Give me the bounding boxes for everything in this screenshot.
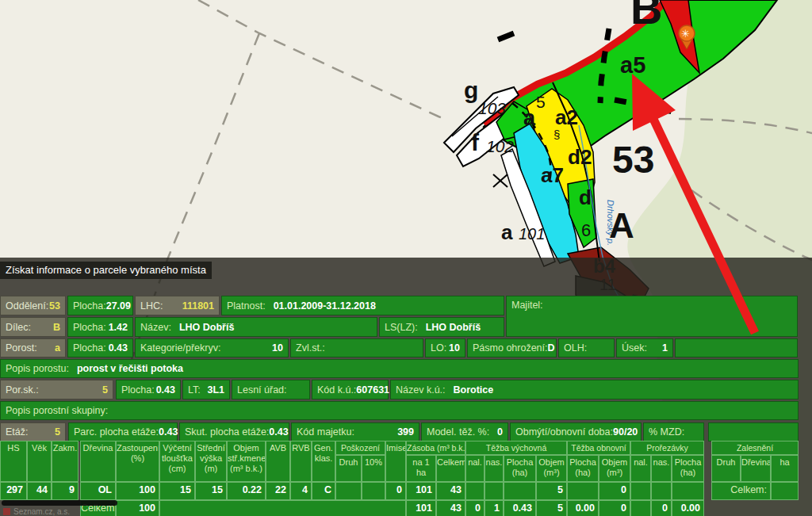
cell-celkem-zastoupeni: 100 (116, 500, 159, 516)
field-nazev-ku: Název k.ú.:Borotice (390, 380, 799, 399)
field-kategorie: Kategorie/překryv:10 (135, 338, 289, 357)
col-vycetni: Výčetní tloušťka (cm) (159, 441, 195, 482)
cell-celkem-pr-nal (630, 500, 651, 516)
cell-avb: 22 (266, 482, 290, 500)
cell-tv-nal (465, 482, 485, 500)
cell-to-objem: 0 (599, 482, 630, 500)
cell-celkem-tv-plocha: 0.43 (504, 500, 536, 516)
cell-posk-10 (362, 482, 385, 500)
field-lslz: LS(LZ):LHO Dobříš (379, 317, 504, 337)
col-pr-nas: nas. (651, 455, 672, 482)
col-tv-objem: Objem (m³) (536, 455, 567, 482)
field-porost: Porost:a (0, 338, 66, 357)
col-na1ha: na 1 ha (406, 455, 436, 482)
table-hs-row: 297 44 9 (0, 482, 79, 500)
map-label-f: f (471, 129, 480, 155)
map-label-a101-n: 101 (519, 225, 545, 243)
tooltip: Získat informace o parcele vybraného mís… (0, 262, 212, 279)
col-stredni: Střední výška (m) (195, 441, 227, 482)
marker-asterisk: ✳ (681, 28, 690, 40)
map-label-103: 103 (478, 99, 506, 117)
cell-zasoba-celkem: 43 (436, 482, 465, 500)
col-zal-ha: ha (771, 455, 799, 482)
field-plocha-porsk: Plocha:0.43 (116, 380, 181, 399)
map-label-53: 53 (612, 139, 654, 181)
cell-celkem-zasoba: 43 (436, 500, 465, 516)
field-obmyti: Obmýtí/obnovní doba:90/20 (510, 422, 642, 441)
field-dilec: Dílec:B (0, 317, 66, 337)
map-label-a2: a2 (555, 105, 578, 129)
map-label-paragraph: § (553, 128, 560, 141)
group-tezba-vychovna: Těžba výchovná nal. nas. Plocha (ha) Obj… (465, 441, 567, 482)
field-skut-plocha: Skut. plocha etáže:0.43 (179, 422, 289, 441)
col-to-objem: Objem (m³) (599, 455, 630, 482)
field-zvlst: Zvl.st.: (290, 338, 423, 357)
field-pasmo: Pásmo ohrožení:D (467, 338, 557, 357)
field-kod-ku: Kód k.ú.:607631 (312, 380, 389, 399)
cell-posk-druh (335, 482, 362, 500)
cell-celkem-na1ha: 101 (406, 500, 436, 516)
col-pr-nal: nal. (630, 455, 651, 482)
field-nazev: Název:LHO Dobříš (135, 317, 377, 337)
cell-celkem-to-objem: 0 (599, 500, 630, 516)
cell-vycetni: 15 (159, 482, 195, 500)
map-label-a7: a7 (541, 163, 564, 187)
col-tv-nal: nal. (465, 455, 485, 482)
col-posk-druh: Druh (335, 455, 362, 482)
map-label-6: 6 (581, 220, 591, 240)
table-row-ol: OL 100 15 15 0.22 22 4 C 0 101 43 5 0 (80, 482, 704, 500)
group-prorezavky: Prořezávky nal. nas. Plocha (ha) (630, 441, 704, 482)
field-etaz: Etáž:5 (0, 422, 66, 441)
col-zastoupeni: Zastoupení (%) (116, 441, 159, 482)
cell-celkem-merged (159, 500, 406, 516)
cell-zal-ha (771, 482, 799, 500)
map-label-g: g (464, 77, 478, 103)
cell-celkem-tv-objem: 5 (536, 500, 567, 516)
col-zasoba-celkem: Celkem (436, 455, 465, 482)
field-porsk: Por.sk.:5 (0, 380, 113, 399)
cell-gen-klas: C (312, 482, 335, 500)
table-hs-header: HS Věk Zakm. (0, 441, 79, 482)
col-pr-plocha: Plocha (ha) (672, 455, 704, 482)
zalesneni-row: Celkem: (711, 482, 799, 500)
col-rvb: RVB (290, 441, 312, 482)
cell-to-plocha (567, 482, 599, 500)
cell-tv-nas (485, 482, 504, 500)
cell-hs: 297 (0, 482, 27, 500)
field-kod-majetku: Kód majetku:399 (291, 422, 419, 441)
field-platnost: Platnost:01.01.2009-31.12.2018 (221, 296, 504, 315)
col-tv-nas: nas. (485, 455, 504, 482)
field-parc-plocha: Parc. plocha etáže:0.43 (68, 422, 178, 441)
col-zal-druh: Druh (711, 455, 741, 482)
map-label-a-small: a (523, 106, 536, 130)
field-lhc: LHC:111801 (135, 296, 220, 315)
app-window: Drhovský p. B g 103 f 102 a 5 a2 d2 a7 d… (0, 0, 812, 516)
map-label-A: A (609, 206, 634, 245)
map-label-a101-a: a (501, 220, 513, 244)
group-zasoba: Zásoba (m³ b.k.) na 1 ha Celkem (406, 441, 465, 482)
col-drevina: Dřevina (80, 441, 116, 482)
cell-tv-plocha (504, 482, 536, 500)
field-majitel: Majitel: (506, 296, 798, 337)
cell-celkem-pr-nas: 0 (651, 500, 672, 516)
field-lt: LT:3L1 (182, 380, 230, 399)
seznam-logo-icon (3, 508, 10, 515)
col-gen-klas: Gen. klas. (312, 441, 335, 482)
field-spare-2 (708, 422, 799, 441)
map-attribution: Seznam.cz, a.s. (3, 507, 70, 516)
col-imise: Imise (385, 441, 406, 482)
cell-celkem-tv-nas: 1 (485, 500, 504, 516)
group-zalesneni: Zalesnění Druh Dřevina ha (711, 441, 799, 482)
cell-zakm: 9 (52, 482, 79, 500)
table-main-header: Dřevina Zastoupení (%) Výčetní tloušťka … (80, 441, 704, 482)
field-lesni-urad: Lesní úřad: (232, 380, 310, 399)
field-plocha-dilec: Plocha:1.42 (67, 317, 133, 337)
cell-zal-celkem: Celkem: (711, 482, 771, 500)
cell-pr-plocha (672, 482, 704, 500)
col-zakm: Zakm. (52, 441, 79, 482)
col-tv-plocha: Plocha (ha) (504, 455, 536, 482)
group-poskozeni: Poškození Druh 10% (335, 441, 385, 482)
field-spare-1 (675, 338, 798, 357)
field-mzd: % MZD: (643, 422, 704, 441)
cell-celkem-pr-plocha: 0.00 (672, 500, 704, 516)
